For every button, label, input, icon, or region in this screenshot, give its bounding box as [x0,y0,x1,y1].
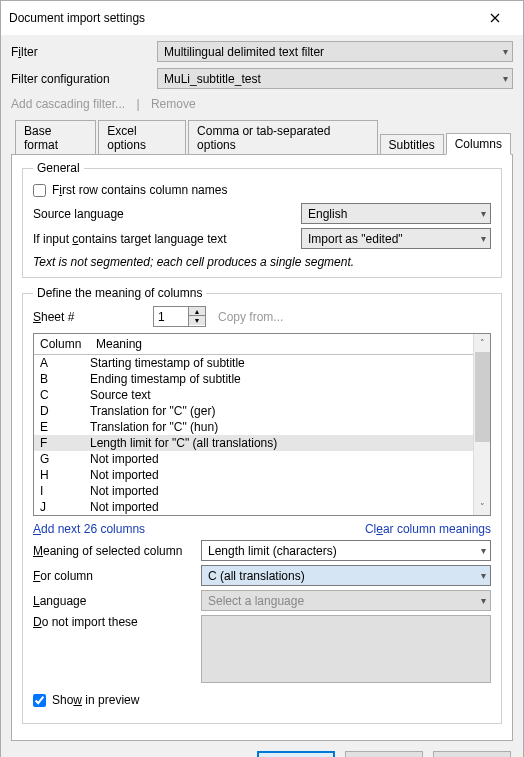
column-letter: E [34,420,90,434]
button-bar: OK Cancel Help [1,741,523,757]
chevron-down-icon: ▾ [481,570,486,581]
table-row[interactable]: DTranslation for "C" (ger) [34,403,473,419]
grid-scrollbar[interactable]: ˄ ˅ [473,334,490,515]
tab-excel-options[interactable]: Excel options [98,120,186,155]
if-input-label: If input contains target language text [33,232,293,246]
chevron-down-icon: ▾ [503,46,508,57]
help-button[interactable]: Help [433,751,511,757]
tab-csv-options[interactable]: Comma or tab-separated options [188,120,378,155]
column-meaning: Not imported [90,484,473,498]
filter-config-value: MuLi_subtitle_test [164,72,261,86]
sheet-label: Sheet # [33,310,153,324]
dni-row: Do not import these [33,615,491,683]
language-value: Select a language [208,594,304,608]
table-row[interactable]: CSource text [34,387,473,403]
filter-label: Filter [11,45,151,59]
content-area: Filter Multilingual delimited text filte… [1,35,523,741]
table-row[interactable]: FLength limit for "C" (all translations) [34,435,473,451]
for-column-label: For column [33,569,193,583]
copy-from-link[interactable]: Copy from... [218,310,283,324]
source-language-label: Source language [33,207,293,221]
filter-config-row: Filter configuration MuLi_subtitle_test … [11,68,513,89]
sheet-input[interactable] [154,307,188,326]
column-meaning: Translation for "C" (ger) [90,404,473,418]
filter-select[interactable]: Multilingual delimited text filter ▾ [157,41,513,62]
column-meaning: Length limit for "C" (all translations) [90,436,473,450]
define-legend: Define the meaning of columns [33,286,206,300]
clear-column-meanings-link[interactable]: Clear column meanings [365,522,491,536]
close-button[interactable] [475,7,515,29]
general-legend: General [33,161,84,175]
meaning-selected-select[interactable]: Length limit (characters) ▾ [201,540,491,561]
show-preview-row: Show in preview [33,693,491,707]
scroll-up-button[interactable]: ˄ [474,334,490,351]
column-letter: H [34,468,90,482]
language-select: Select a language ▾ [201,590,491,611]
sheet-spin-buttons: ▲ ▼ [188,307,205,326]
filter-row: Filter Multilingual delimited text filte… [11,41,513,62]
columns-grid-body[interactable]: AStarting timestamp of subtitleBEnding t… [34,355,473,515]
if-input-value: Import as "edited" [308,232,403,246]
ok-button[interactable]: OK [257,751,335,757]
column-meaning: Not imported [90,500,473,514]
column-meaning: Starting timestamp of subtitle [90,356,473,370]
close-icon [490,13,500,23]
show-preview-checkbox[interactable] [33,694,46,707]
for-column-value: C (all translations) [208,569,305,583]
tab-panel: General First row contains column names … [11,154,513,741]
meaning-selected-label: Meaning of selected column [33,544,193,558]
table-row[interactable]: ETranslation for "C" (hun) [34,419,473,435]
meaning-selected-value: Length limit (characters) [208,544,337,558]
chevron-down-icon: ▾ [481,208,486,219]
add-next-columns-link[interactable]: Add next 26 columns [33,522,145,536]
remove-filter-link[interactable]: Remove [151,97,196,111]
table-row[interactable]: INot imported [34,483,473,499]
table-row[interactable]: GNot imported [34,451,473,467]
if-input-select[interactable]: Import as "edited" ▾ [301,228,491,249]
tab-subtitles[interactable]: Subtitles [380,134,444,155]
table-row[interactable]: HNot imported [34,467,473,483]
source-language-select[interactable]: English ▾ [301,203,491,224]
header-column: Column [34,334,90,354]
filter-config-label: Filter configuration [11,72,151,86]
chevron-down-icon: ▾ [481,545,486,556]
scroll-down-button[interactable]: ˅ [474,498,490,515]
column-letter: F [34,436,90,450]
column-letter: I [34,484,90,498]
column-letter: G [34,452,90,466]
for-column-row: For column C (all translations) ▾ [33,565,491,586]
first-row-checkbox[interactable] [33,184,46,197]
meaning-selected-row: Meaning of selected column Length limit … [33,540,491,561]
columns-grid: Column Meaning AStarting timestamp of su… [33,333,491,516]
table-row[interactable]: AStarting timestamp of subtitle [34,355,473,371]
tab-base-format[interactable]: Base format [15,120,96,155]
filter-config-select[interactable]: MuLi_subtitle_test ▾ [157,68,513,89]
table-row[interactable]: BEnding timestamp of subtitle [34,371,473,387]
tab-strip: Base format Excel options Comma or tab-s… [11,120,513,155]
sheet-spin-up[interactable]: ▲ [189,307,205,316]
column-letter: A [34,356,90,370]
column-meaning: Translation for "C" (hun) [90,420,473,434]
show-preview-label: Show in preview [52,693,139,707]
add-cascading-filter-link[interactable]: Add cascading filter... [11,97,125,111]
scroll-thumb[interactable] [475,352,490,442]
dialog-window: Document import settings Filter Multilin… [0,0,524,757]
filter-value: Multilingual delimited text filter [164,45,324,59]
column-letter: C [34,388,90,402]
tab-columns[interactable]: Columns [446,133,511,155]
column-meaning: Source text [90,388,473,402]
link-separator: | [136,97,139,111]
titlebar: Document import settings [1,1,523,35]
column-meaning: Not imported [90,468,473,482]
column-letter: B [34,372,90,386]
sheet-spinner[interactable]: ▲ ▼ [153,306,206,327]
source-language-value: English [308,207,347,221]
define-group: Define the meaning of columns Sheet # ▲ … [22,286,502,724]
cancel-button[interactable]: Cancel [345,751,423,757]
table-row[interactable]: JNot imported [34,499,473,515]
column-meaning: Ending timestamp of subtitle [90,372,473,386]
segment-note: Text is not segmented; each cell produce… [33,255,491,269]
header-meaning: Meaning [90,334,148,354]
for-column-select[interactable]: C (all translations) ▾ [201,565,491,586]
sheet-spin-down[interactable]: ▼ [189,316,205,325]
